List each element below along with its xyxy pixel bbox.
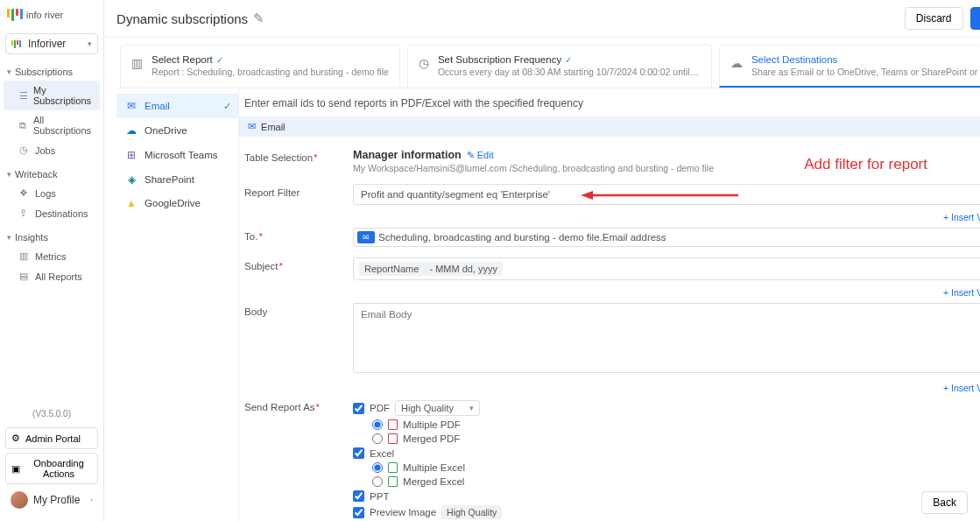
email-form: Enter email ids to send reports in PDF/E…: [239, 88, 980, 521]
user-gear-icon: ⚙: [11, 433, 20, 444]
nav-logs[interactable]: ❖Logs: [4, 183, 100, 203]
step-destinations[interactable]: ☁ Select Destinations Share as Email or …: [719, 45, 980, 88]
left-sidebar: info river Inforiver ▾ ▾Subscriptions ☰M…: [0, 0, 104, 521]
pdf-icon: [388, 433, 398, 444]
insert-variable-body[interactable]: Insert Variable: [239, 381, 980, 393]
manager-info-path: My Workspace/HamsiniS@lumel.com /Schedul…: [353, 163, 980, 173]
excel-icon: [388, 462, 398, 473]
label-send-as: Send Report As: [239, 398, 353, 521]
report-filter-input[interactable]: [353, 184, 980, 205]
label-table-selection: Table Selection: [239, 149, 353, 173]
email-icon: ✉: [125, 100, 137, 112]
edit-title-icon[interactable]: ✎: [253, 11, 264, 26]
discard-button[interactable]: Discard: [905, 7, 963, 30]
main-panel: Dynamic subscriptions ✎ Discard Review ▥…: [104, 0, 980, 521]
to-input[interactable]: ✉: [353, 228, 980, 247]
copy-icon: ⧉: [19, 120, 28, 131]
step-frequency[interactable]: ◷ Set Subscription Frequency✓ Occurs eve…: [407, 45, 712, 88]
label-report-filter: Report Filter: [239, 184, 353, 205]
version-label: (V3.5.0.0): [5, 404, 98, 424]
back-button[interactable]: Back: [921, 491, 968, 514]
subject-token-reportname: ReportName: [359, 262, 424, 276]
reports-icon: ▤: [19, 271, 30, 282]
label-to: To.: [239, 228, 353, 247]
nav-group-writeback[interactable]: ▾Writeback: [0, 165, 103, 183]
cloud-upload-icon: ☁: [730, 56, 743, 77]
nav-metrics[interactable]: ▥Metrics: [4, 246, 100, 266]
chk-ppt[interactable]: [353, 490, 364, 502]
nav-all-reports[interactable]: ▤All Reports: [4, 266, 100, 286]
rad-multi-pdf[interactable]: [372, 419, 383, 430]
page-title: Dynamic subscriptions ✎: [116, 11, 264, 26]
subject-input[interactable]: ReportName - MMM dd, yyyy: [353, 257, 980, 280]
chevron-down-icon: ▾: [469, 404, 474, 412]
onboarding-actions-button[interactable]: ▣Onboarding Actions: [5, 453, 98, 484]
insert-variable-subject[interactable]: Insert Variable: [239, 285, 980, 298]
workspace-selector[interactable]: Inforiver ▾: [5, 33, 98, 54]
manager-info-title: Manager information ✎ Edit: [353, 149, 980, 161]
form-description: Enter email ids to send reports in PDF/E…: [239, 97, 980, 116]
googledrive-icon: ▲: [125, 198, 137, 208]
rad-merged-excel[interactable]: [372, 476, 383, 487]
avatar: [11, 491, 28, 509]
destination-icon: ⇪: [19, 208, 30, 219]
check-icon: ✓: [565, 55, 572, 65]
destination-list: ✉Email ☁OneDrive ⊞Microsoft Teams ◈Share…: [116, 88, 239, 521]
nav-jobs[interactable]: ◷Jobs: [4, 140, 100, 160]
chk-excel[interactable]: [353, 447, 364, 459]
onedrive-icon: ☁: [125, 124, 137, 137]
metrics-icon: ▥: [19, 250, 30, 262]
preview-quality-tag: High Quality: [441, 505, 502, 519]
pdf-quality-select[interactable]: High Quality▾: [395, 400, 480, 416]
nav-group-subscriptions[interactable]: ▾Subscriptions: [0, 63, 103, 81]
to-text[interactable]: [378, 232, 980, 243]
check-icon: ✓: [216, 55, 223, 65]
sharepoint-icon: ◈: [125, 173, 137, 186]
wizard-steps: ▥ Select Report✓ Report : Scheduling, br…: [116, 38, 980, 88]
review-button[interactable]: Review: [970, 7, 980, 30]
teams-icon: ⊞: [125, 149, 137, 161]
label-subject: Subject: [239, 257, 353, 280]
dest-googledrive[interactable]: ▲GoogleDrive: [116, 192, 238, 215]
clipboard-icon: ▣: [11, 463, 20, 475]
body-textarea[interactable]: [353, 303, 980, 373]
nav-group-insights[interactable]: ▾Insights: [0, 229, 103, 246]
chk-pdf[interactable]: [353, 403, 364, 414]
nav-all-subscriptions[interactable]: ⧉All Subscriptions: [4, 110, 100, 140]
chevron-down-icon: ▾: [88, 39, 92, 48]
dest-email[interactable]: ✉Email: [116, 94, 238, 118]
chk-preview[interactable]: [353, 507, 364, 518]
rad-merged-pdf[interactable]: [372, 433, 383, 444]
label-body: Body: [239, 303, 353, 376]
excel-icon: [388, 476, 398, 487]
list-icon: ☰: [19, 90, 28, 102]
log-icon: ❖: [19, 187, 30, 199]
insert-variable-filter[interactable]: Insert Variable: [239, 210, 980, 222]
report-icon: ▥: [131, 56, 143, 79]
clock-icon: ◷: [19, 144, 30, 156]
chevron-right-icon: ›: [90, 496, 93, 504]
dest-teams[interactable]: ⊞Microsoft Teams: [116, 143, 238, 167]
admin-portal-button[interactable]: ⚙Admin Portal: [5, 427, 98, 449]
nav-my-subscriptions[interactable]: ☰My Subscriptions: [4, 81, 100, 110]
pdf-icon: [388, 419, 398, 430]
clock-icon: ◷: [419, 56, 429, 79]
email-chip-icon: ✉: [357, 231, 375, 243]
subject-token-date: - MMM dd, yyyy: [424, 262, 503, 276]
profile-menu[interactable]: My Profile ›: [5, 484, 98, 516]
brand-logo: info river: [0, 0, 103, 30]
email-icon: ✉: [248, 121, 256, 132]
step-select-report[interactable]: ▥ Select Report✓ Report : Scheduling, br…: [120, 45, 400, 88]
email-pill: ✉Email: [239, 116, 980, 137]
nav-destinations[interactable]: ⇪Destinations: [4, 203, 100, 223]
dest-sharepoint[interactable]: ◈SharePoint: [116, 167, 238, 192]
dest-onedrive[interactable]: ☁OneDrive: [116, 118, 238, 143]
edit-link[interactable]: ✎ Edit: [467, 150, 494, 161]
topbar: Dynamic subscriptions ✎ Discard Review: [104, 0, 980, 38]
rad-multi-excel[interactable]: [372, 462, 383, 473]
